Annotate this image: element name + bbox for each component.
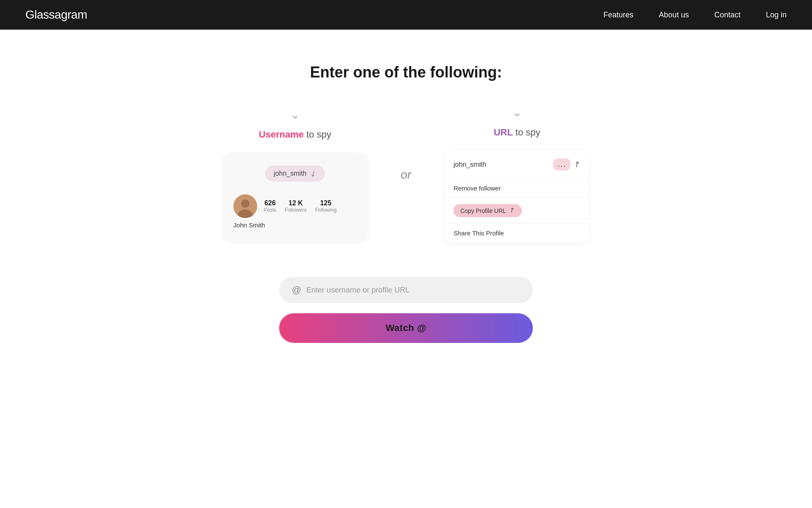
url-dots-wrapper: ... ↙ (553, 158, 580, 171)
avatar (233, 194, 257, 218)
navbar: Glassagram Features About us Contact Log… (0, 0, 812, 30)
username-pill: john_smith ↙ (265, 166, 324, 182)
username-highlight: Username (259, 129, 304, 140)
url-label: URL to spy (494, 127, 540, 138)
cards-row: ⌄ Username to spy john_smith ↙ (223, 107, 589, 243)
stat-posts-number: 626 (264, 199, 276, 207)
username-section: ⌄ Username to spy john_smith ↙ (223, 109, 367, 241)
profile-row: 626 Posts 12 K Followers 125 Following (233, 194, 357, 218)
menu-remove-follower: Remove follower (445, 179, 589, 198)
username-pill-text: john_smith (274, 170, 306, 177)
avatar-image (233, 194, 257, 218)
stat-followers-number: 12 K (288, 199, 303, 207)
url-card-header: john_smith ... ↙ (445, 151, 589, 179)
menu-share-profile: Share This Profile (445, 224, 589, 243)
copy-pill-text: Copy Profile URL (460, 207, 506, 214)
nav-features[interactable]: Features (604, 11, 634, 19)
url-card-username: john_smith (453, 161, 486, 168)
url-dots: ... (553, 158, 571, 171)
chevron-down-icon: ⌄ (290, 109, 300, 121)
url-label-rest: to spy (513, 127, 540, 138)
stat-following-number: 125 (320, 199, 332, 207)
stat-posts-label: Posts (264, 207, 277, 213)
logo-bold: Glassa (25, 8, 61, 21)
input-section: @ Watch @ (279, 277, 533, 343)
logo: Glassagram (25, 8, 87, 22)
search-wrapper[interactable]: @ (279, 277, 533, 303)
username-label-rest: to spy (304, 129, 331, 140)
nav-about[interactable]: About us (659, 11, 689, 19)
profile-stats: 626 Posts 12 K Followers 125 Following (264, 199, 337, 213)
stat-followers-label: Followers (285, 207, 307, 213)
at-icon: @ (292, 284, 301, 295)
stat-following: 125 Following (315, 199, 337, 213)
stat-posts: 626 Posts (264, 199, 277, 213)
search-input[interactable] (306, 286, 520, 295)
url-card: john_smith ... ↙ Remove follower Copy Pr… (445, 151, 589, 243)
nav-contact[interactable]: Contact (714, 11, 741, 19)
watch-button[interactable]: Watch @ (279, 313, 533, 343)
username-label: Username to spy (259, 129, 331, 140)
profile-name: John Smith (233, 221, 357, 229)
arrow-left-icon: ↙ (308, 168, 318, 179)
logo-light: gram (61, 8, 87, 21)
chevron-down-icon-2: ⌄ (512, 107, 522, 119)
username-card: john_smith ↙ 626 (223, 153, 367, 241)
page-heading: Enter one of the following: (310, 64, 502, 81)
or-divider: or (401, 168, 411, 182)
copy-arrow-icon: ↙ (508, 206, 517, 215)
stat-followers: 12 K Followers (285, 199, 307, 213)
main-content: Enter one of the following: ⌄ Username t… (0, 30, 812, 343)
menu-copy-url: Copy Profile URL ↙ (445, 198, 589, 224)
svg-point-1 (241, 199, 250, 208)
nav-links: Features About us Contact Log in (604, 11, 787, 19)
arrow-left-icon-2: ↙ (572, 159, 582, 170)
url-section: ⌄ URL to spy john_smith ... ↙ Remove fol… (445, 107, 589, 243)
stat-following-label: Following (315, 207, 337, 213)
copy-pill: Copy Profile URL ↙ (453, 204, 521, 217)
nav-login[interactable]: Log in (766, 11, 787, 19)
url-highlight: URL (494, 127, 513, 138)
